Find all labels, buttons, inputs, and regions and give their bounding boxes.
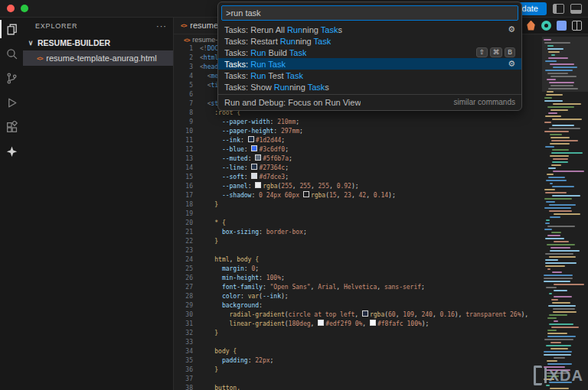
minimap-line bbox=[552, 186, 574, 187]
minimap-line bbox=[545, 60, 557, 62]
preview-action-icon[interactable] bbox=[557, 21, 567, 31]
toggle-panel-icon[interactable] bbox=[570, 4, 582, 14]
color-swatch[interactable] bbox=[251, 145, 257, 151]
sidebar-item-explorer[interactable] bbox=[0, 17, 23, 41]
minimap-line bbox=[550, 388, 569, 389]
line-number: 3 bbox=[173, 63, 200, 72]
html-file-icon: <> bbox=[37, 55, 42, 62]
minimap-line bbox=[552, 161, 568, 163]
maximize-window-icon[interactable] bbox=[21, 5, 28, 12]
keybinding-chip: ⌘ bbox=[490, 47, 503, 57]
close-window-icon[interactable] bbox=[7, 5, 15, 12]
minimap-line bbox=[547, 91, 554, 93]
minimap-line bbox=[547, 317, 557, 319]
teal-gear-action-icon[interactable] bbox=[541, 21, 551, 31]
line-number: 29 bbox=[173, 301, 200, 310]
minimap-line bbox=[547, 360, 557, 362]
minimap-line bbox=[551, 327, 579, 328]
color-swatch[interactable] bbox=[248, 136, 254, 142]
minimap-line bbox=[552, 195, 580, 197]
palette-item[interactable]: Tasks: Run Task⚙ bbox=[218, 58, 521, 70]
explorer-more-actions-icon[interactable]: ··· bbox=[156, 21, 167, 31]
minimap-line bbox=[546, 180, 567, 181]
code-line: 35 padding: 22px; bbox=[173, 356, 588, 366]
minimap-line bbox=[548, 177, 565, 178]
minimap-line bbox=[550, 216, 560, 218]
minimap-line bbox=[544, 39, 551, 41]
command-palette-input[interactable] bbox=[221, 5, 518, 21]
minimap-line bbox=[544, 354, 571, 356]
color-swatch[interactable] bbox=[362, 310, 368, 317]
line-number: 1 bbox=[173, 44, 200, 54]
minimap-line bbox=[548, 88, 578, 89]
code-line: 17 --shadow: 0 24px 60px rgba(15, 23, 42… bbox=[173, 191, 588, 200]
minimap-line bbox=[550, 109, 568, 111]
minimap-line bbox=[544, 278, 573, 279]
line-number: 34 bbox=[173, 347, 200, 356]
sidebar-item-copilot[interactable] bbox=[0, 139, 23, 164]
sidebar-item-source-control[interactable] bbox=[0, 66, 23, 90]
color-swatch[interactable] bbox=[318, 320, 324, 326]
palette-item[interactable]: Run and Debug: Focus on Run Viewsimilar … bbox=[218, 96, 521, 108]
code-line: 30 radial-gradient(circle at top left, r… bbox=[173, 310, 588, 320]
code-line: 9 --paper-width: 210mm; bbox=[173, 118, 588, 127]
color-swatch[interactable] bbox=[255, 182, 261, 188]
code-line: 32 } bbox=[173, 329, 588, 338]
sidebar-item-run-debug[interactable] bbox=[0, 90, 23, 115]
minimap-line bbox=[549, 256, 576, 258]
code-line: 25 margin: 0; bbox=[173, 265, 588, 274]
palette-item[interactable]: Tasks: Rerun All Running Tasks⚙ bbox=[218, 24, 521, 35]
minimap-line bbox=[545, 253, 573, 255]
line-number: 2 bbox=[173, 54, 200, 63]
palette-item[interactable]: Tasks: Restart Running Task bbox=[218, 35, 521, 47]
code-line: 29 background: bbox=[173, 301, 588, 310]
extensions-icon bbox=[5, 121, 18, 134]
minimap[interactable] bbox=[542, 37, 588, 390]
minimap-line bbox=[551, 299, 558, 301]
run-debug-icon bbox=[5, 96, 18, 109]
keybinding-chip: B bbox=[505, 47, 515, 57]
minimap-line bbox=[553, 311, 577, 313]
split-editor-icon[interactable] bbox=[572, 21, 582, 31]
color-swatch[interactable] bbox=[370, 320, 376, 326]
code-line: 28 color: var(--ink); bbox=[173, 292, 588, 301]
minimap-line bbox=[549, 323, 573, 325]
minimap-line bbox=[551, 140, 578, 141]
code-line: 19 bbox=[173, 210, 588, 219]
minimap-line bbox=[549, 204, 576, 206]
code-line: 14 --line: #27364c; bbox=[173, 164, 588, 173]
color-swatch[interactable] bbox=[303, 191, 309, 197]
minimap-line bbox=[551, 152, 583, 154]
file-item-resume-template[interactable]: <> resume-template-anurag.html bbox=[23, 50, 173, 66]
minimap-line bbox=[544, 189, 555, 190]
line-number: 7 bbox=[173, 99, 200, 109]
sidebar-item-extensions[interactable] bbox=[0, 115, 23, 139]
minimap-line bbox=[548, 305, 576, 307]
folder-resume-builder[interactable]: ∨ RESUME-BUILDER bbox=[23, 35, 173, 50]
palette-item[interactable]: Tasks: Show Running Tasks bbox=[218, 81, 521, 93]
palette-item[interactable]: Tasks: Run Build Task⇧⌘B bbox=[218, 47, 521, 58]
line-number: 26 bbox=[173, 274, 200, 283]
flame-action-icon[interactable] bbox=[526, 21, 536, 31]
code-line: 18 } bbox=[173, 200, 588, 210]
minimap-line bbox=[550, 342, 561, 343]
minimap-line bbox=[547, 45, 554, 47]
toggle-sidebar-icon[interactable] bbox=[553, 4, 564, 14]
minimap-line bbox=[545, 259, 558, 261]
line-number: 6 bbox=[173, 90, 200, 99]
color-swatch[interactable] bbox=[251, 164, 257, 170]
line-number: 19 bbox=[173, 210, 200, 219]
explorer-sidebar: EXPLORER ··· ∨ RESUME-BUILDER <> resume-… bbox=[23, 17, 174, 390]
color-swatch[interactable] bbox=[255, 154, 261, 161]
sidebar-item-search[interactable] bbox=[0, 41, 23, 66]
palette-item[interactable]: Tasks: Run Test Task bbox=[218, 70, 521, 81]
color-swatch[interactable] bbox=[251, 173, 257, 179]
line-number: 31 bbox=[173, 320, 200, 329]
line-number: 35 bbox=[173, 356, 200, 366]
configure-task-gear-icon[interactable]: ⚙ bbox=[508, 60, 515, 68]
minimap-line bbox=[548, 57, 568, 59]
html-file-icon: <> bbox=[181, 22, 186, 29]
minimap-line bbox=[544, 42, 570, 44]
code-line: 38 button, bbox=[173, 384, 588, 390]
configure-task-gear-icon[interactable]: ⚙ bbox=[508, 25, 515, 34]
